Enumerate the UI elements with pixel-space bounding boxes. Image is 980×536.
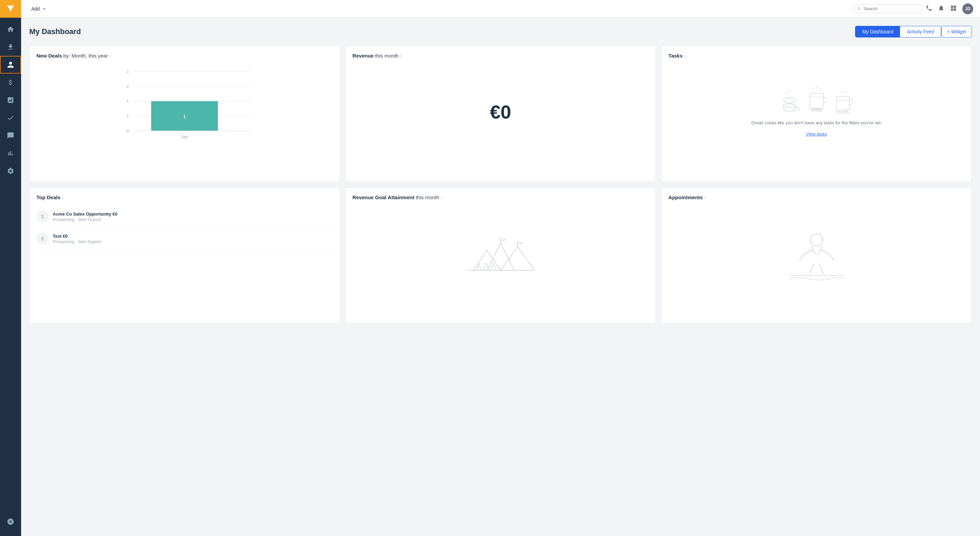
- search-box[interactable]: [853, 5, 921, 13]
- tasks-title-text: Tasks: [668, 53, 682, 59]
- person-icon: [7, 61, 14, 69]
- add-button[interactable]: Add: [28, 4, 50, 14]
- revenue-value: €0: [353, 64, 649, 160]
- tab-my-dashboard[interactable]: My Dashboard: [856, 26, 900, 37]
- svg-rect-20: [811, 110, 822, 111]
- mountain-icon: [466, 223, 535, 284]
- view-tasks-link[interactable]: View tasks: [806, 131, 827, 137]
- svg-rect-17: [810, 94, 824, 109]
- revenue-goal-title-bold: Revenue Goal Attainment: [353, 195, 414, 200]
- avatar[interactable]: JD: [962, 3, 973, 14]
- widget-revenue: Revenue this month › €0: [345, 46, 656, 182]
- check-icon: [7, 114, 14, 121]
- revenue-goal-title[interactable]: Revenue Goal Attainment this month ›: [353, 195, 649, 200]
- sidebar-item-chart[interactable]: [0, 91, 21, 109]
- chart-icon: [7, 96, 14, 104]
- tasks-empty-state: Great! Looks like you don't have any tas…: [668, 64, 965, 160]
- sidebar-item-person[interactable]: [0, 56, 21, 73]
- deal-sub-0: Prospecting · Jean Dupont: [53, 217, 333, 222]
- revenue-title[interactable]: Revenue this month ›: [353, 53, 649, 59]
- chart-area: 2 2 1 1 0 1 Jan: [37, 64, 333, 160]
- page-header: My Dashboard My Dashboard Activity Feed …: [29, 26, 972, 37]
- grid-icon[interactable]: [950, 5, 957, 13]
- widget-revenue-goal: Revenue Goal Attainment this month ›: [345, 187, 656, 324]
- appointments-title[interactable]: Appointments ›: [668, 195, 965, 200]
- sidebar-item-analytics[interactable]: [0, 144, 21, 162]
- svg-rect-21: [837, 96, 850, 110]
- add-widget-button[interactable]: + Widget: [941, 26, 972, 37]
- topbar-icons: JD: [926, 3, 973, 14]
- revenue-goal-title-rest: this month: [416, 195, 439, 200]
- page-title: My Dashboard: [29, 27, 855, 36]
- sidebar-item-tasks[interactable]: [0, 109, 21, 127]
- top-deals-title[interactable]: Top Deals ›: [37, 195, 333, 200]
- tab-activity-feed[interactable]: Activity Feed: [900, 26, 941, 37]
- sidebar-item-zendesk[interactable]: [0, 513, 21, 531]
- deal-sub-1: Prospecting · Jean Dupont: [53, 239, 333, 244]
- sidebar-item-download[interactable]: [0, 38, 21, 56]
- chevron-down-icon: [42, 6, 47, 11]
- svg-text:1: 1: [127, 99, 129, 104]
- new-deals-chevron: ›: [109, 53, 111, 58]
- settings-icon: [7, 167, 14, 175]
- download-icon: [7, 43, 14, 51]
- coffee-cup-3-icon: [834, 90, 854, 114]
- appointments-title-text: Appointments: [668, 195, 703, 200]
- tasks-chevron: ›: [684, 53, 685, 58]
- svg-marker-27: [501, 247, 535, 270]
- svg-point-16: [783, 98, 795, 103]
- sidebar-item-settings[interactable]: [0, 162, 21, 180]
- logo[interactable]: [0, 0, 21, 18]
- zendesk-icon: [7, 518, 14, 525]
- dollar-icon: [7, 79, 14, 86]
- main-container: Add JD My Dashboard My Dashboard: [21, 0, 980, 536]
- deal-icon-1: $: [37, 233, 49, 245]
- widget-appointments: Appointments ›: [661, 187, 972, 324]
- search-input[interactable]: [864, 6, 918, 11]
- svg-text:2: 2: [127, 69, 129, 74]
- deal-info-0: Acme Co Sales Opportunity €0 Prospecting…: [53, 212, 333, 222]
- bar-chart: 2 2 1 1 0 1 Jan: [37, 64, 333, 146]
- svg-marker-32: [501, 238, 506, 241]
- top-deals-chevron: ›: [62, 195, 63, 200]
- new-deals-title[interactable]: New Deals by: Month, this year ›: [37, 53, 333, 59]
- home-icon: [7, 26, 14, 33]
- revenue-goal-chevron: ›: [441, 195, 442, 200]
- sidebar: [0, 0, 21, 536]
- phone-icon[interactable]: [926, 5, 932, 13]
- svg-text:1: 1: [127, 114, 129, 118]
- widget-tasks: Tasks ›: [661, 46, 972, 182]
- deal-icon-0: $: [37, 211, 49, 223]
- sidebar-nav: [0, 18, 21, 513]
- topbar: Add JD: [21, 0, 980, 18]
- svg-text:0: 0: [127, 129, 129, 134]
- bell-icon[interactable]: [938, 5, 945, 13]
- search-icon: [857, 6, 862, 11]
- analytics-icon: [7, 150, 14, 157]
- revenue-title-bold: Revenue: [353, 53, 374, 59]
- chat-icon: [7, 132, 14, 139]
- deal-item-1[interactable]: $ Test €0 Prospecting · Jean Dupont: [37, 228, 333, 250]
- content-area: My Dashboard My Dashboard Activity Feed …: [21, 18, 980, 536]
- svg-text:2: 2: [127, 84, 129, 89]
- widget-top-deals: Top Deals › $ Acme Co Sales Opportunity …: [29, 187, 340, 324]
- coffee-cup-1-icon: [779, 90, 800, 114]
- sidebar-item-home[interactable]: [0, 21, 21, 38]
- widget-grid: New Deals by: Month, this year › 2: [29, 46, 972, 324]
- tab-group: My Dashboard Activity Feed: [855, 26, 941, 37]
- svg-point-15: [783, 104, 795, 107]
- top-deals-title-text: Top Deals: [37, 195, 60, 200]
- sidebar-bottom: [0, 513, 21, 536]
- deal-item-0[interactable]: $ Acme Co Sales Opportunity €0 Prospecti…: [37, 206, 333, 228]
- svg-marker-34: [517, 241, 523, 245]
- svg-marker-29: [484, 263, 489, 270]
- sidebar-item-dollar[interactable]: [0, 73, 21, 91]
- svg-rect-24: [837, 112, 849, 113]
- svg-text:Jan: Jan: [181, 134, 188, 139]
- deal-info-1: Test €0 Prospecting · Jean Dupont: [53, 234, 333, 244]
- relax-icon: [783, 223, 851, 284]
- tasks-title[interactable]: Tasks ›: [668, 53, 965, 59]
- sidebar-item-chat[interactable]: [0, 127, 21, 144]
- svg-point-36: [811, 234, 823, 246]
- revenue-goal-illustration: [353, 206, 649, 301]
